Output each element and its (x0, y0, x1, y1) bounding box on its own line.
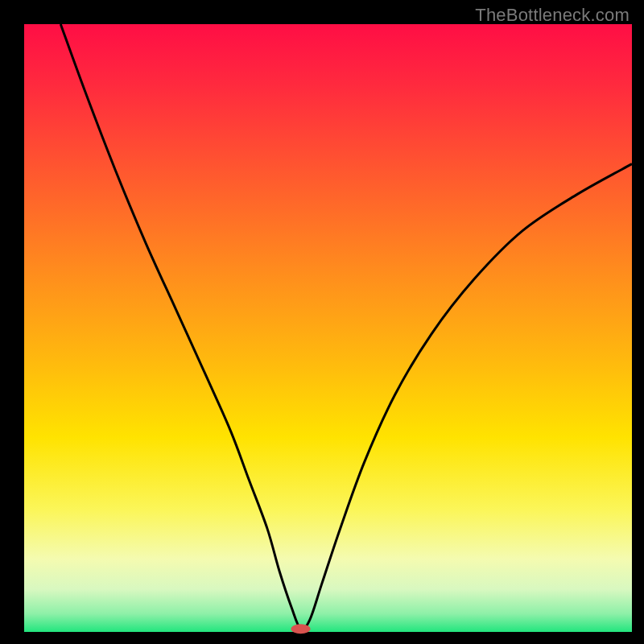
bottleneck-chart (0, 0, 644, 644)
bottleneck-min-marker (291, 624, 311, 634)
chart-svg (0, 0, 644, 644)
plot-background (24, 24, 632, 632)
watermark-text: TheBottleneck.com (475, 5, 630, 26)
